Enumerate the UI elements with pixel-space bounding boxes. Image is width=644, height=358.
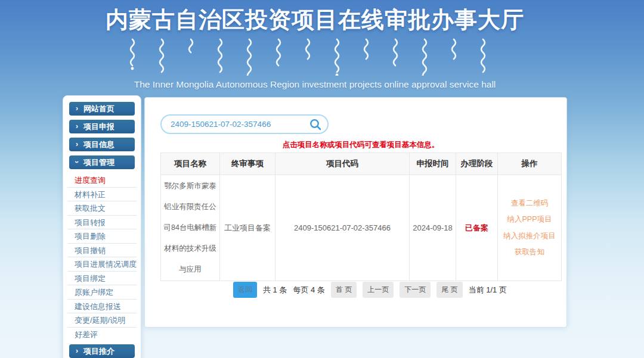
mongolian-script bbox=[118, 38, 512, 76]
action-link-obtain-notice[interactable]: 获取告知 bbox=[499, 244, 561, 261]
submenu-item-project-revoke[interactable]: 项目撤销 bbox=[67, 244, 137, 258]
first-page-button[interactable]: 首 页 bbox=[331, 282, 357, 298]
sidebar-item-label: 项目管理 bbox=[83, 157, 114, 168]
chevron-right-icon: › bbox=[76, 105, 78, 112]
chevron-right-icon: › bbox=[76, 347, 78, 354]
total-count-label: 共 1 条 bbox=[263, 285, 287, 295]
projects-table: 项目名称终审事项项目代码申报时间办理阶段操作 鄂尔多斯市蒙泰铝业有限责任公司84… bbox=[160, 152, 562, 281]
sidebar-nav: ›网站首页›项目申报›项目信息›项目管理进度查询材料补正获取批文项目转报项目删除… bbox=[63, 102, 141, 358]
submenu-item-obtain-approval-doc[interactable]: 获取批文 bbox=[67, 201, 137, 216]
actions-cell: 查看二维码纳入PPP项目纳入拟推介项目获取告知 bbox=[498, 175, 562, 281]
table-row: 鄂尔多斯市蒙泰铝业有限责任公司84台电解槽新材料的技术升级与应用工业项目备案24… bbox=[161, 175, 562, 281]
chevron-down-icon: › bbox=[73, 161, 80, 163]
final-review-item: 工业项目备案 bbox=[220, 175, 275, 281]
project-code-link[interactable]: 2409-150621-07-02-357466 bbox=[275, 175, 410, 281]
last-page-button[interactable]: 尾 页 bbox=[436, 282, 462, 298]
per-page-label: 每页 4 条 bbox=[293, 285, 324, 295]
sidebar-item-project-info[interactable]: ›项目信息 bbox=[69, 138, 135, 151]
stage-badge: 已备案 bbox=[456, 175, 498, 281]
sidebar-item-label: 项目信息 bbox=[83, 139, 114, 150]
return-button[interactable]: 返回 bbox=[233, 282, 257, 298]
sidebar-item-label: 网站首页 bbox=[83, 104, 114, 114]
action-link-include-ppp[interactable]: 纳入PPP项目 bbox=[499, 211, 561, 228]
submenu-item-material-correction[interactable]: 材料补正 bbox=[67, 188, 137, 202]
sidebar-item-project-promotion[interactable]: ›项目推介 bbox=[69, 344, 135, 358]
submenu-item-project-progress-dispatch[interactable]: 项目进展情况调度 bbox=[67, 257, 137, 272]
pagination: 返回 共 1 条 每页 4 条 首 页 上一页 下一页 尾 页 当前 1/1 页 bbox=[160, 282, 561, 297]
search-icon[interactable] bbox=[309, 118, 322, 131]
next-page-button[interactable]: 下一页 bbox=[400, 282, 431, 298]
submenu-item-progress-query[interactable]: 进度查询 bbox=[67, 173, 137, 188]
submenu-item-change-delay-note[interactable]: 变更/延期/说明 bbox=[67, 313, 137, 328]
sidebar: ›网站首页›项目申报›项目信息›项目管理进度查询材料补正获取批文项目转报项目删除… bbox=[63, 95, 141, 358]
table-header-row: 项目名称终审事项项目代码申报时间办理阶段操作 bbox=[161, 153, 562, 175]
submenu-item-project-binding[interactable]: 项目绑定 bbox=[67, 272, 137, 286]
chevron-right-icon: › bbox=[76, 123, 78, 130]
column-header: 项目名称 bbox=[161, 153, 220, 175]
chevron-right-icon: › bbox=[76, 141, 78, 148]
sidebar-item-label: 项目申报 bbox=[83, 122, 114, 132]
sidebar-item-label: 项目推介 bbox=[83, 346, 114, 357]
column-header: 操作 bbox=[498, 153, 562, 175]
site-title: 内蒙古自治区投资项目在线审批办事大厅 bbox=[63, 5, 567, 35]
submenu-item-project-delete[interactable]: 项目删除 bbox=[67, 229, 137, 244]
project-name-link[interactable]: 鄂尔多斯市蒙泰铝业有限责任公司84台电解槽新材料的技术升级与应用 bbox=[161, 175, 220, 281]
main-panel: 点击项目名称或项目代码可查看项目基本信息。 项目名称终审事项项目代码申报时间办理… bbox=[144, 97, 567, 328]
column-header: 项目代码 bbox=[275, 153, 410, 175]
sidebar-item-site-home[interactable]: ›网站首页 bbox=[69, 102, 135, 116]
submenu-item-rating[interactable]: 好差评 bbox=[67, 328, 137, 342]
sidebar-item-project-manage[interactable]: ›项目管理 bbox=[69, 155, 135, 169]
sidebar-item-project-declare[interactable]: ›项目申报 bbox=[69, 120, 135, 133]
prev-page-button[interactable]: 上一页 bbox=[363, 282, 394, 298]
search-box bbox=[160, 114, 329, 134]
action-link-view-qrcode[interactable]: 查看二维码 bbox=[499, 195, 561, 212]
column-header: 终审事项 bbox=[220, 153, 275, 175]
submenu-item-project-transfer[interactable]: 项目转报 bbox=[67, 216, 137, 230]
hint-text: 点击项目名称或项目代码可查看项目基本信息。 bbox=[160, 140, 561, 150]
submenu-item-original-account-binding[interactable]: 原账户绑定 bbox=[67, 285, 137, 300]
declare-date: 2024-09-18 bbox=[410, 175, 456, 281]
search-input[interactable] bbox=[162, 120, 309, 129]
column-header: 申报时间 bbox=[410, 153, 456, 175]
column-header: 办理阶段 bbox=[456, 153, 498, 175]
submenu-item-construction-info-report[interactable]: 建设信息报送 bbox=[67, 300, 137, 314]
submenu: 进度查询材料补正获取批文项目转报项目删除项目撤销项目进展情况调度项目绑定原账户绑… bbox=[67, 173, 137, 341]
action-link-include-proposed-promotion[interactable]: 纳入拟推介项目 bbox=[499, 228, 561, 245]
site-subtitle-en: The Inner Mongolia Autonomous Region inv… bbox=[63, 79, 567, 90]
current-page-label: 当前 1/1 页 bbox=[469, 285, 507, 295]
